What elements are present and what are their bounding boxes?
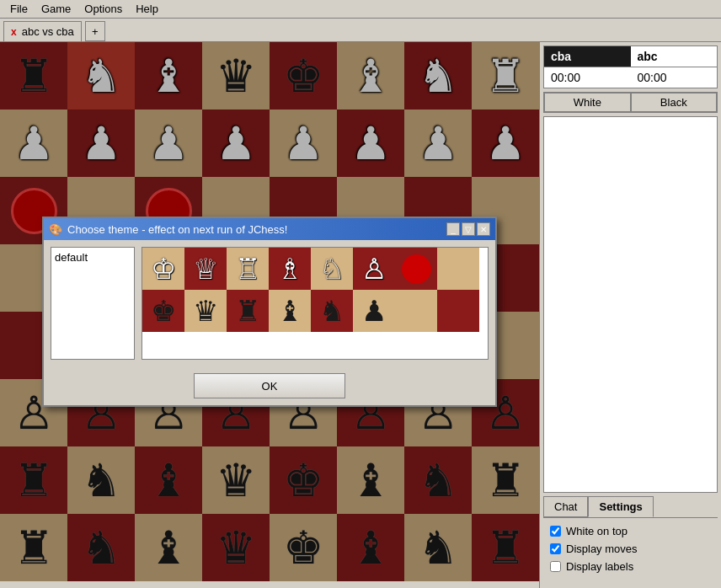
main-content: ♜♞♝♛♚♝♞♜♟♟♟♟♟♟♟♟♙♙♙♙♙♙♙♙♜♞♝♛♚♝♞♜♜♞♝♛♚♝♞♜…	[0, 42, 721, 588]
theme-list[interactable]: default	[51, 247, 135, 360]
display-labels-label: Display labels	[566, 560, 633, 573]
preview-cell-bottom-4: ♞	[311, 290, 353, 332]
preview-cell-bottom-7	[437, 290, 479, 332]
player-timer-white: 00:00	[544, 67, 631, 88]
dialog-title-left: 🎨 Choose theme - effect on next run of J…	[49, 223, 287, 236]
display-moves-checkbox[interactable]	[550, 543, 561, 554]
dialog-overlay: 🎨 Choose theme - effect on next run of J…	[0, 42, 539, 581]
dialog-title-bar: 🎨 Choose theme - effect on next run of J…	[44, 218, 495, 240]
side-panel: cba abc 00:00 00:00 White Black Chat Set…	[539, 42, 721, 588]
menu-file[interactable]: File	[3, 1, 35, 17]
menu-bar: File Game Options Help	[0, 0, 721, 19]
white-on-top-label: White on top	[566, 525, 628, 537]
preview-cell-bottom-3: ♝	[269, 290, 311, 332]
dialog-restore-button[interactable]: ▽	[462, 222, 475, 236]
display-moves-label: Display moves	[566, 543, 638, 555]
chess-board-container: ♜♞♝♛♚♝♞♜♟♟♟♟♟♟♟♟♙♙♙♙♙♙♙♙♜♞♝♛♚♝♞♜♜♞♝♛♚♝♞♜…	[0, 42, 539, 581]
menu-game[interactable]: Game	[35, 1, 77, 17]
preview-cell-top-4: ♘	[311, 248, 353, 290]
settings-panel: White on top Display moves Display label…	[543, 518, 718, 585]
black-label: Black	[631, 93, 718, 112]
theme-dialog: 🎨 Choose theme - effect on next run of J…	[42, 216, 497, 407]
player-info: cba abc 00:00 00:00	[543, 45, 718, 88]
tab-close-icon[interactable]: x	[11, 26, 17, 38]
dialog-content: default ♔♕♖♗♘♙♚♛♜♝♞♟	[44, 240, 495, 366]
dialog-footer: OK	[44, 366, 495, 405]
menu-help[interactable]: Help	[129, 1, 165, 17]
preview-cell-bottom-5: ♟	[353, 290, 395, 332]
dialog-title-controls: _ ▽ ✕	[446, 222, 490, 236]
preview-cell-top-2: ♖	[227, 248, 269, 290]
preview-cell-bottom-0: ♚	[142, 290, 184, 332]
preview-cell-top-1: ♕	[184, 248, 227, 290]
preview-cell-bottom-1: ♛	[184, 290, 227, 332]
tab-settings[interactable]: Settings	[588, 496, 653, 517]
tab-bar: x abc vs cba +	[0, 19, 721, 42]
tab-add-button[interactable]: +	[85, 21, 105, 41]
bottom-tabs: Chat Settings	[543, 496, 718, 518]
preview-cell-top-3: ♗	[269, 248, 311, 290]
player-name-black: abc	[631, 46, 718, 67]
tab-chat[interactable]: Chat	[543, 496, 588, 517]
display-moves-row: Display moves	[550, 543, 711, 555]
dialog-ok-button[interactable]: OK	[194, 373, 345, 398]
tab-title: abc vs cba	[22, 25, 74, 38]
theme-item-default[interactable]: default	[55, 251, 131, 264]
player-name-white: cba	[544, 46, 631, 67]
theme-preview: ♔♕♖♗♘♙♚♛♜♝♞♟	[142, 247, 489, 360]
dialog-close-button[interactable]: ✕	[477, 222, 490, 236]
preview-cell-top-6	[395, 248, 437, 290]
move-list	[543, 116, 718, 493]
dialog-minimize-button[interactable]: _	[446, 222, 460, 236]
display-labels-checkbox[interactable]	[550, 561, 561, 572]
preview-cell-bottom-2: ♜	[227, 290, 269, 332]
color-labels: White Black	[543, 92, 718, 113]
preview-cell-top-0: ♔	[142, 248, 184, 290]
dialog-title-text: Choose theme - effect on next run of JCh…	[67, 223, 287, 236]
dialog-icon: 🎨	[49, 223, 62, 236]
menu-options[interactable]: Options	[77, 1, 129, 17]
player-timer-black: 00:00	[631, 67, 718, 88]
white-on-top-checkbox[interactable]	[550, 526, 561, 537]
preview-cell-top-7	[437, 248, 479, 290]
tab-game[interactable]: x abc vs cba	[3, 21, 82, 41]
white-label: White	[544, 93, 631, 112]
preview-cell-top-5: ♙	[353, 248, 395, 290]
white-on-top-row: White on top	[550, 525, 711, 537]
display-labels-row: Display labels	[550, 560, 711, 573]
preview-cell-bottom-6	[395, 290, 437, 332]
